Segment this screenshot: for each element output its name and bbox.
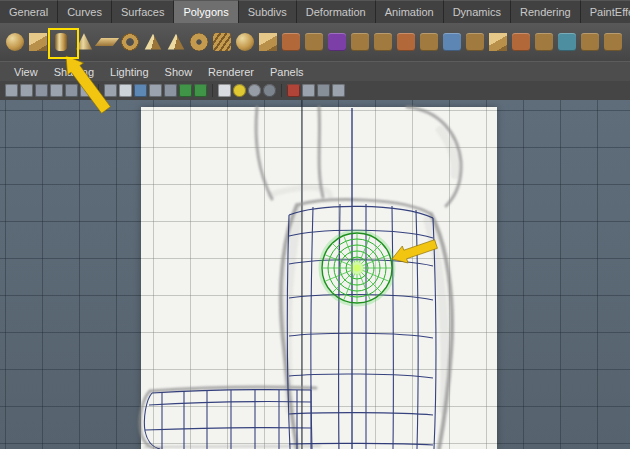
select-camera-icon[interactable] bbox=[5, 84, 18, 97]
poly-prism-icon[interactable] bbox=[142, 31, 164, 53]
poly-platonic-icon[interactable] bbox=[257, 31, 279, 53]
tab-dynamics[interactable]: Dynamics bbox=[444, 0, 511, 23]
tab-polygons[interactable]: Polygons bbox=[174, 0, 238, 23]
smooth-icon[interactable] bbox=[326, 31, 348, 53]
menu-panels[interactable]: Panels bbox=[262, 66, 312, 78]
safe-title-icon[interactable] bbox=[194, 84, 207, 97]
bookmark-icon[interactable] bbox=[65, 84, 78, 97]
tab-rendering[interactable]: Rendering bbox=[511, 0, 581, 23]
multi-cut-icon[interactable] bbox=[579, 31, 601, 53]
split-icon[interactable] bbox=[441, 31, 463, 53]
reference-image-plane bbox=[141, 107, 497, 449]
bevel-icon[interactable] bbox=[487, 31, 509, 53]
merge-icon[interactable] bbox=[464, 31, 486, 53]
xray-mode-icon[interactable] bbox=[302, 84, 315, 97]
shaded-mode-icon[interactable] bbox=[233, 84, 246, 97]
poly-plane-icon[interactable] bbox=[96, 31, 118, 53]
menu-view[interactable]: View bbox=[6, 66, 46, 78]
target-weld-icon[interactable] bbox=[602, 31, 624, 53]
zoom-tool-icon[interactable] bbox=[50, 84, 63, 97]
toolbar-separator bbox=[281, 84, 282, 97]
isolate-select-icon[interactable] bbox=[317, 84, 330, 97]
use-default-material-icon[interactable] bbox=[287, 84, 300, 97]
tab-animation[interactable]: Animation bbox=[376, 0, 444, 23]
poly-helix-icon[interactable] bbox=[211, 31, 233, 53]
quad-draw-icon[interactable] bbox=[556, 31, 578, 53]
tab-painteffects[interactable]: PaintEffects bbox=[581, 0, 630, 23]
mirror-icon[interactable] bbox=[372, 31, 394, 53]
lit-mode-icon[interactable] bbox=[263, 84, 276, 97]
combine-icon[interactable] bbox=[280, 31, 302, 53]
tab-subdivs[interactable]: Subdivs bbox=[239, 0, 297, 23]
menu-shading[interactable]: Shading bbox=[46, 66, 102, 78]
gate-mask-icon[interactable] bbox=[149, 84, 162, 97]
shelf-tab-bar: GeneralCurvesSurfacesPolygonsSubdivsDefo… bbox=[0, 0, 630, 24]
bridge-icon[interactable] bbox=[418, 31, 440, 53]
tab-general[interactable]: General bbox=[0, 0, 58, 23]
tab-deformation[interactable]: Deformation bbox=[297, 0, 376, 23]
shelf bbox=[0, 23, 630, 62]
camera-attributes-icon[interactable] bbox=[80, 84, 93, 97]
menu-renderer[interactable]: Renderer bbox=[200, 66, 262, 78]
field-chart-icon[interactable] bbox=[164, 84, 177, 97]
grid-toggle-icon[interactable] bbox=[104, 84, 117, 97]
panel-menu-bar: ViewShadingLightingShowRendererPanels bbox=[0, 61, 630, 83]
image-plane-grid bbox=[141, 107, 497, 449]
separate-icon[interactable] bbox=[303, 31, 325, 53]
grid-axis-line bbox=[301, 100, 303, 449]
menu-lighting[interactable]: Lighting bbox=[102, 66, 157, 78]
toolbar-separator bbox=[98, 84, 99, 97]
wireframe-mode-icon[interactable] bbox=[218, 84, 231, 97]
poly-cube-icon[interactable] bbox=[27, 31, 49, 53]
crease-icon[interactable] bbox=[533, 31, 555, 53]
viewport[interactable] bbox=[0, 100, 630, 449]
tab-curves[interactable]: Curves bbox=[58, 0, 112, 23]
toolbar-separator bbox=[212, 84, 213, 97]
poly-cylinder-icon[interactable] bbox=[50, 31, 72, 53]
tab-surfaces[interactable]: Surfaces bbox=[112, 0, 174, 23]
poly-torus-icon[interactable] bbox=[119, 31, 141, 53]
textured-mode-icon[interactable] bbox=[248, 84, 261, 97]
safe-action-icon[interactable] bbox=[179, 84, 192, 97]
extrude-icon[interactable] bbox=[395, 31, 417, 53]
film-gate-icon[interactable] bbox=[119, 84, 132, 97]
menu-show[interactable]: Show bbox=[157, 66, 201, 78]
resolution-gate-icon[interactable] bbox=[134, 84, 147, 97]
poly-soccer-ball-icon[interactable] bbox=[234, 31, 256, 53]
booleans-icon[interactable] bbox=[349, 31, 371, 53]
track-tool-icon[interactable] bbox=[20, 84, 33, 97]
poly-cone-icon[interactable] bbox=[73, 31, 95, 53]
poly-pyramid-icon[interactable] bbox=[165, 31, 187, 53]
panel-toolbar bbox=[0, 81, 630, 101]
poly-sphere-icon[interactable] bbox=[4, 31, 26, 53]
share-view-icon[interactable] bbox=[332, 84, 345, 97]
wedge-icon[interactable] bbox=[510, 31, 532, 53]
poly-pipe-icon[interactable] bbox=[188, 31, 210, 53]
dolly-tool-icon[interactable] bbox=[35, 84, 48, 97]
